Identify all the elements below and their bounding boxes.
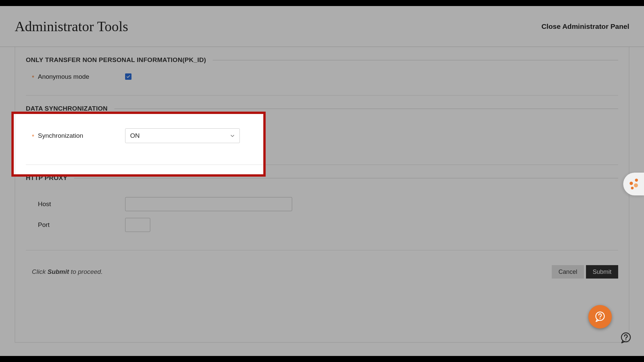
required-star-icon: * — [32, 133, 38, 140]
header: Administrator Tools Close Administrator … — [0, 6, 644, 47]
field-label-host: Host — [38, 200, 125, 208]
app-viewport: Administrator Tools Close Administrator … — [0, 6, 644, 356]
field-label-port: Port — [38, 221, 125, 229]
section-divider — [26, 250, 618, 250]
submit-button[interactable]: Submit — [586, 265, 618, 279]
anonymous-mode-checkbox[interactable] — [125, 73, 131, 80]
field-row-port: Port — [26, 215, 618, 235]
section-heading-sync: DATA SYNCHRONIZATION — [26, 105, 618, 112]
section-heading-http-proxy: HTTP PROXY — [26, 174, 618, 182]
divider-line — [114, 109, 618, 109]
button-row: Cancel Submit — [552, 265, 618, 279]
required-star-spacer — [32, 223, 38, 230]
field-label-anonymous-mode: Anonymous mode — [38, 73, 125, 80]
required-star-spacer — [32, 202, 38, 209]
check-icon — [126, 74, 130, 79]
divider-line — [213, 60, 618, 60]
section-title: ONLY TRANSFER NON PERSONAL INFORMATION(P… — [26, 56, 213, 64]
chevron-down-icon — [230, 133, 235, 138]
port-input[interactable] — [125, 218, 150, 232]
required-star-icon: * — [32, 74, 38, 81]
section-divider — [26, 165, 618, 165]
field-label-synchronization: Synchronization — [38, 132, 125, 139]
svg-point-1 — [600, 318, 601, 319]
chat-question-outline-icon — [619, 331, 633, 345]
section-title: DATA SYNCHRONIZATION — [26, 105, 114, 112]
help-icon-button[interactable] — [619, 330, 633, 345]
side-launcher-button[interactable] — [623, 173, 644, 195]
section-heading-nonpersonal: ONLY TRANSFER NON PERSONAL INFORMATION(P… — [26, 56, 618, 64]
svg-point-0 — [596, 312, 604, 320]
svg-point-3 — [626, 339, 627, 340]
submit-hint-text: Click Submit to proceed. — [32, 268, 103, 276]
synchronization-select[interactable]: ON — [125, 128, 240, 143]
select-value: ON — [130, 132, 140, 139]
page-title: Administrator Tools — [15, 18, 128, 35]
host-input[interactable] — [125, 197, 292, 211]
footer-row: Click Submit to proceed. Cancel Submit — [26, 265, 618, 279]
field-row-synchronization: * Synchronization ON — [26, 118, 618, 153]
svg-point-2 — [622, 333, 631, 342]
section-title: HTTP PROXY — [26, 174, 74, 182]
field-row-anonymous-mode: * Anonymous mode — [26, 70, 618, 84]
settings-panel: ONLY TRANSFER NON PERSONAL INFORMATION(P… — [15, 47, 629, 343]
help-chat-button[interactable] — [588, 305, 612, 328]
cancel-button[interactable]: Cancel — [552, 265, 584, 279]
close-admin-panel-link[interactable]: Close Administrator Panel — [541, 22, 629, 31]
section-divider — [26, 95, 618, 96]
divider-line — [74, 178, 618, 178]
field-row-host: Host — [26, 188, 618, 215]
chat-question-icon — [594, 310, 606, 323]
launcher-dots-icon — [627, 177, 640, 191]
